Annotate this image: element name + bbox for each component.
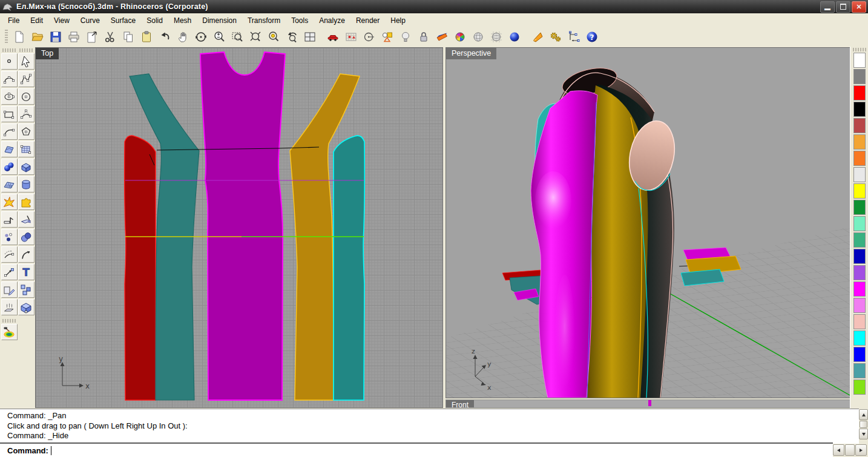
zoom-extents-button[interactable] xyxy=(246,28,264,46)
viewport-perspective[interactable]: Perspective xyxy=(446,47,850,398)
menu-tools[interactable]: Tools xyxy=(286,14,314,27)
split-tool[interactable] xyxy=(18,211,35,228)
cplane-button[interactable] xyxy=(342,28,360,46)
palette-color[interactable] xyxy=(853,200,866,215)
restore-button[interactable] xyxy=(836,1,850,13)
palette-color[interactable] xyxy=(853,216,866,231)
palette-color[interactable] xyxy=(853,118,866,133)
open-file-button[interactable] xyxy=(28,28,46,46)
palette-color[interactable] xyxy=(853,53,866,68)
palette-color[interactable] xyxy=(853,69,866,84)
four-viewports-button[interactable] xyxy=(301,28,318,46)
scroll-thumb[interactable] xyxy=(860,421,867,428)
explode-tool[interactable] xyxy=(1,194,18,210)
menu-solid[interactable]: Solid xyxy=(141,14,168,27)
mesh-tool[interactable] xyxy=(1,176,18,192)
undo-button[interactable] xyxy=(156,28,173,46)
rectangle-tool[interactable] xyxy=(1,106,18,122)
menu-analyze[interactable]: Analyze xyxy=(314,14,350,27)
palette-color[interactable] xyxy=(853,363,866,378)
layers-button[interactable] xyxy=(378,28,396,46)
toolbar-grip[interactable] xyxy=(19,48,33,52)
render-tools-button[interactable] xyxy=(1,324,18,340)
viewport-top-label[interactable]: Top xyxy=(36,48,59,59)
palette-color[interactable] xyxy=(853,85,866,100)
viewport-front[interactable]: Front xyxy=(446,399,850,408)
viewport-front-label[interactable]: Front xyxy=(446,400,474,408)
print-button[interactable] xyxy=(65,28,82,46)
toolbar-grip[interactable] xyxy=(5,30,8,44)
palette-color[interactable] xyxy=(853,232,866,248)
shaded-view-button[interactable] xyxy=(433,28,450,46)
offset-curve-tool[interactable] xyxy=(1,246,18,263)
window-titlebar[interactable]: Ел.Мих-на (5способ).3dm - Rhinoceros (Co… xyxy=(0,0,868,13)
palette-grip[interactable] xyxy=(853,48,866,51)
command-history[interactable]: Command: _Pan Click and drag to pan ( Do… xyxy=(0,409,859,444)
menu-view[interactable]: View xyxy=(48,14,75,27)
viewport-top[interactable]: Top y x xyxy=(35,47,443,408)
close-button[interactable]: ✕ xyxy=(852,1,866,13)
command-input[interactable]: Command: xyxy=(0,442,833,457)
command-input-scrollbar[interactable] xyxy=(833,444,868,456)
scroll-thumb[interactable] xyxy=(845,444,855,456)
menu-surface[interactable]: Surface xyxy=(105,14,141,27)
text-tool[interactable]: T xyxy=(18,264,35,280)
polygon-tool[interactable] xyxy=(18,123,35,140)
render-button[interactable] xyxy=(505,28,523,46)
paste-button[interactable] xyxy=(137,28,155,46)
rendered-view-button[interactable] xyxy=(451,28,469,46)
palette-color[interactable] xyxy=(853,298,866,313)
join-tool[interactable] xyxy=(18,194,35,210)
scroll-left-button[interactable] xyxy=(833,444,844,456)
palette-color[interactable] xyxy=(853,183,866,199)
help-button[interactable]: ? xyxy=(583,28,600,46)
options-button[interactable] xyxy=(547,28,564,46)
menu-render[interactable]: Render xyxy=(350,14,385,27)
command-history-scrollbar[interactable] xyxy=(859,409,868,442)
rotate-view-button[interactable] xyxy=(192,28,209,46)
curve-tool[interactable] xyxy=(1,71,18,87)
circle-tool[interactable] xyxy=(18,88,35,105)
lock-button[interactable] xyxy=(415,28,432,46)
menu-mesh[interactable]: Mesh xyxy=(168,14,197,27)
pointer-tool[interactable] xyxy=(18,53,35,70)
point-cloud-tool[interactable] xyxy=(1,229,18,245)
lamp-button[interactable] xyxy=(396,28,414,46)
export-button[interactable] xyxy=(83,28,100,46)
palette-color[interactable] xyxy=(853,265,866,280)
surface-tool[interactable] xyxy=(1,141,18,157)
minimize-button[interactable]: ▬ xyxy=(820,1,835,13)
move-point-tool[interactable] xyxy=(1,264,18,280)
palette-color[interactable] xyxy=(853,330,866,346)
xray-view-button[interactable] xyxy=(487,28,505,46)
trim-tool[interactable] xyxy=(1,211,18,228)
dimension-button[interactable] xyxy=(565,28,582,46)
menu-file[interactable]: File xyxy=(2,14,25,27)
pattern-magenta-center[interactable] xyxy=(200,52,285,400)
pattern-teal-right[interactable] xyxy=(334,136,364,400)
toolbar-grip[interactable] xyxy=(2,319,16,323)
extrude-tool[interactable] xyxy=(1,299,18,315)
circle-center-button[interactable] xyxy=(360,28,378,46)
palette-color[interactable] xyxy=(853,380,866,395)
arc-tool[interactable] xyxy=(1,123,18,140)
surface-cp-tool[interactable] xyxy=(18,141,35,157)
pan-button[interactable] xyxy=(174,28,191,46)
save-button[interactable] xyxy=(47,28,64,46)
palette-color[interactable] xyxy=(853,281,866,297)
render-preview-button[interactable] xyxy=(528,28,546,46)
palette-color[interactable] xyxy=(853,151,866,166)
ghosted-view-button[interactable] xyxy=(469,28,487,46)
sphere-tool[interactable] xyxy=(1,159,18,175)
pattern-red-panel[interactable] xyxy=(125,136,156,400)
polyline-tool[interactable] xyxy=(18,71,35,87)
bend-tool[interactable] xyxy=(18,246,35,263)
menu-transform[interactable]: Transform xyxy=(242,14,286,27)
array-tool[interactable] xyxy=(18,281,35,298)
undo-view-button[interactable] xyxy=(283,28,300,46)
palette-color[interactable] xyxy=(853,249,866,264)
new-file-button[interactable] xyxy=(10,28,28,46)
scroll-right-button[interactable] xyxy=(855,444,867,456)
palette-color[interactable] xyxy=(853,314,866,329)
box-tool[interactable] xyxy=(18,159,35,175)
